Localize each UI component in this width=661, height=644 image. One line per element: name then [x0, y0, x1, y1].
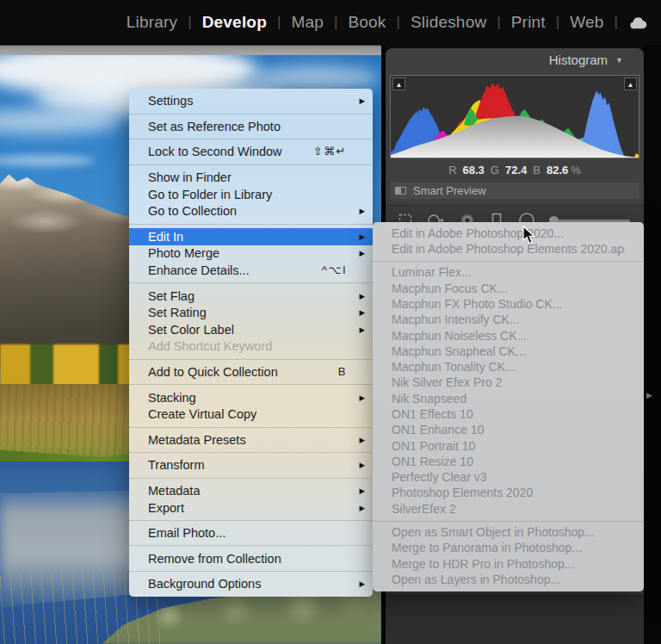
menu-separator — [373, 521, 644, 522]
menu-separator — [129, 114, 373, 115]
menu-item-label: Set as Reference Photo — [148, 120, 354, 133]
nav-tab-library[interactable]: Library — [127, 13, 177, 32]
menu-separator — [129, 384, 373, 385]
menu-item-remove-from-collection[interactable]: Remove from Collection — [129, 550, 373, 567]
menu-item-go-to-collection[interactable]: Go to Collection▶ — [129, 202, 373, 220]
menu-item-merge-to-panorama-in-photoshop: Merge to Panorama in Photoshop... — [373, 541, 644, 556]
menu-item-shortcut: ^⌥I — [322, 263, 347, 277]
menu-item-nik-snapseed: Nik Snapseed — [373, 391, 644, 406]
menu-item-label: Macphun Intensify CK... — [392, 313, 625, 327]
panel-collapse-arrow[interactable]: ▶ — [646, 391, 652, 399]
menu-item-on1-portrait-10: ON1 Portrait 10 — [373, 438, 644, 454]
menu-item-label: Add to Quick Collection — [148, 365, 338, 379]
menu-item-metadata-presets[interactable]: Metadata Presets▶ — [129, 431, 373, 449]
highlight-clipping-indicator[interactable]: ▲ — [624, 77, 637, 90]
chevron-down-icon[interactable]: ▼ — [615, 56, 623, 65]
menu-item-label: Nik Silver Efex Pro 2 — [392, 376, 625, 390]
nav-tab-develop[interactable]: Develop — [202, 13, 267, 32]
menu-item-set-flag[interactable]: Set Flag▶ — [129, 288, 373, 305]
menu-item-metadata[interactable]: Metadata▶ — [129, 482, 373, 499]
submenu-arrow-icon: ▶ — [354, 391, 366, 405]
mouse-cursor — [522, 226, 535, 248]
menu-item-edit-in-adobe-photoshop-2020: Edit in Adobe Photoshop 2020... — [373, 226, 644, 242]
r-label: R — [448, 164, 456, 176]
menu-item-nik-silver-efex-pro-2: Nik Silver Efex Pro 2 — [373, 375, 644, 391]
menu-item-label: Open as Smart Object in Photoshop... — [392, 526, 625, 540]
nav-tab-slideshow[interactable]: Slideshow — [411, 13, 486, 32]
context-menu: Settings▶Set as Reference PhotoLock to S… — [129, 89, 373, 597]
menu-separator — [129, 282, 373, 283]
menu-item-open-as-layers-in-photoshop: Open as Layers in Photoshop... — [373, 572, 644, 587]
menu-item-macphun-fx-photo-studio-ck: Macphun FX Photo Studio CK... — [373, 297, 644, 313]
menu-item-label: Go to Collection — [148, 204, 354, 218]
menu-item-add-to-quick-collection[interactable]: Add to Quick CollectionB — [129, 363, 373, 381]
cloud-sync-icon[interactable] — [627, 15, 649, 31]
menu-item-label: Macphun FX Photo Studio CK... — [392, 298, 625, 312]
menu-item-edit-in[interactable]: Edit In▶ — [129, 228, 373, 245]
histogram-panel-header[interactable]: Histogram ▼ — [386, 48, 644, 71]
menu-item-set-color-label[interactable]: Set Color Label▶ — [129, 321, 373, 338]
menu-item-show-in-finder[interactable]: Show in Finder — [129, 169, 373, 186]
smart-preview-bar[interactable]: Smart Preview — [390, 183, 639, 199]
menu-item-on1-enhance-10: ON1 Enhance 10 — [373, 423, 644, 438]
menu-item-transform[interactable]: Transform▶ — [129, 457, 373, 474]
menu-item-shortcut: B — [338, 365, 347, 379]
menu-item-email-photo[interactable]: Email Photo... — [129, 524, 373, 542]
menu-item-label: Photo Merge — [148, 246, 354, 260]
menu-item-luminar-flex: Luminar Flex... — [373, 265, 644, 281]
menu-item-macphun-tonality-ck: Macphun Tonality CK... — [373, 360, 644, 375]
menu-item-label: Add Shortcut Keyword — [148, 339, 354, 353]
menu-item-export[interactable]: Export▶ — [129, 499, 373, 517]
menu-item-label: Email Photo... — [148, 526, 354, 540]
menu-item-label: Background Options — [148, 577, 354, 591]
submenu-arrow-icon: ▶ — [354, 484, 366, 498]
menu-item-settings[interactable]: Settings▶ — [129, 93, 373, 110]
menu-item-macphun-intensify-ck: Macphun Intensify CK... — [373, 313, 644, 328]
submenu-arrow-icon: ▶ — [354, 246, 366, 260]
menu-item-label: Merge to HDR Pro in Photoshop... — [392, 558, 625, 572]
menu-item-label: Open as Layers in Photoshop... — [392, 573, 625, 587]
menu-item-photo-merge[interactable]: Photo Merge▶ — [129, 245, 373, 263]
nav-tab-web[interactable]: Web — [570, 13, 603, 32]
menu-item-go-to-folder-in-library[interactable]: Go to Folder in Library — [129, 186, 373, 203]
menu-item-label: Create Virtual Copy — [148, 407, 354, 421]
shadow-clipping-indicator[interactable]: ▲ — [392, 77, 405, 90]
submenu-arrow-icon: ▶ — [354, 230, 366, 244]
menu-item-label: Metadata Presets — [148, 433, 354, 447]
menu-separator — [129, 571, 373, 572]
nav-tab-print[interactable]: Print — [511, 13, 546, 32]
submenu-arrow-icon: ▶ — [354, 323, 366, 337]
nav-separator: | — [397, 14, 400, 31]
menu-item-background-options[interactable]: Background Options▶ — [129, 576, 373, 593]
menu-item-set-as-reference-photo[interactable]: Set as Reference Photo — [129, 118, 373, 135]
menu-item-enhance-details[interactable]: Enhance Details...^⌥I — [129, 262, 373, 279]
menu-item-photoshop-elements-2020: Photoshop Elements 2020 — [373, 486, 644, 501]
nav-tab-map[interactable]: Map — [291, 13, 324, 32]
menu-item-label: ON1 Resize 10 — [392, 455, 625, 469]
g-value: 72.4 — [505, 164, 527, 176]
b-value: 82.6 — [547, 164, 568, 176]
top-scroll-strip[interactable] — [0, 45, 381, 55]
menu-separator — [129, 164, 373, 165]
menu-item-label: Show in Finder — [148, 170, 354, 184]
menu-item-label: SilverEfex 2 — [392, 503, 625, 517]
nav-tab-book[interactable]: Book — [348, 13, 386, 32]
menu-item-label: Merge to Panorama in Photoshop... — [392, 542, 625, 555]
g-label: G — [491, 164, 499, 176]
menu-item-label: Edit In — [148, 230, 354, 244]
panel-title: Histogram — [549, 53, 608, 67]
smart-preview-icon — [395, 187, 406, 195]
menu-item-create-virtual-copy[interactable]: Create Virtual Copy — [129, 406, 373, 423]
nav-separator: | — [497, 14, 500, 31]
menu-item-on1-resize-10: ON1 Resize 10 — [373, 454, 644, 469]
menu-item-label: Macphun Snapheal CK... — [392, 345, 625, 359]
menu-item-lock-to-second-window[interactable]: Lock to Second Window⇧⌘↵ — [129, 144, 373, 161]
menu-item-merge-to-hdr-pro-in-photoshop: Merge to HDR Pro in Photoshop... — [373, 556, 644, 572]
menu-separator — [129, 427, 373, 428]
menu-item-label: Edit in Adobe Photoshop 2020... — [392, 227, 625, 241]
histogram-chart[interactable]: ▲ ▲ — [390, 75, 639, 158]
b-label: B — [533, 164, 541, 176]
rgb-readout: R 68.3 G 72.4 B 82.6 % — [386, 164, 644, 176]
menu-item-stacking[interactable]: Stacking▶ — [129, 389, 373, 406]
menu-item-set-rating[interactable]: Set Rating▶ — [129, 304, 373, 321]
